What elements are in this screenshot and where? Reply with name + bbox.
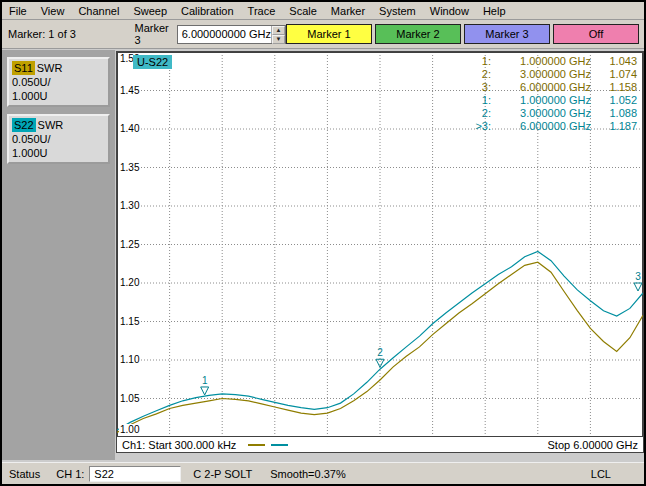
readout-frequency: 6.000000 GHz [491,81,591,94]
sweep-start-label: Ch1: Start 300.000 kHz [122,439,236,451]
readout-value: 1.074 [591,68,637,81]
smoothing-status: Smooth=0.37% [270,468,346,480]
calibration-status: C 2-P SOLT [193,468,252,480]
readout-row-s22-m2: 2:3.000000 GHz1.088 [467,107,637,120]
trace-s22-selector[interactable]: S22SWR 0.050U/ 1.000U [7,114,110,164]
spinner-up-button[interactable]: ▲ [272,26,285,35]
trace-s22-title: S22SWR [12,118,105,132]
trace-s22-format: SWR [38,119,64,131]
trace-sidebar: S11SWR 0.050U/ 1.000U S22SWR 0.050U/ 1.0… [2,50,115,460]
y-axis-label: 1.35 [119,162,140,174]
status-label: Status [9,468,40,480]
readout-row-s11-m2: 2:3.000000 GHz1.074 [467,68,637,81]
menu-system[interactable]: System [372,2,423,19]
active-trace-label: U-S22 [133,55,172,69]
readout-marker-number: 2: [467,68,491,81]
marker-toolbar: Marker: 1 of 3 Marker 3 6.000000000 GHz … [2,20,644,49]
y-axis-label: 1.30 [119,200,140,212]
marker-frequency-spinner[interactable]: 6.000000000 GHz ▲ ▼ [177,25,286,44]
down-arrow-icon: ▼ [276,36,282,42]
marker-spinner-label: Marker 3 [135,22,171,46]
s22-trace-legend-swatch [271,444,288,446]
menu-help[interactable]: Help [476,2,513,19]
trace-s22-badge: S22 [12,118,36,132]
y-axis-label: 1.20 [119,277,140,289]
readout-value: 1.187 [591,120,637,133]
trace-s22-scale: 0.050U/ [12,132,105,146]
sweep-stop-label: Stop 6.00000 GHz [547,439,638,451]
y-axis-label: 1.25 [119,239,140,251]
marker-off-button[interactable]: Off [553,24,639,44]
chart-marker-number: 3 [635,271,641,282]
marker-3-button[interactable]: Marker 3 [464,24,550,44]
trace-s11-badge: S11 [12,61,35,75]
marker-frequency-value[interactable]: 6.000000000 GHz [178,26,271,43]
s11-trace-legend-swatch [248,444,265,446]
trace-s22-ref-level: 1.000U [12,146,105,160]
up-arrow-icon: ▲ [276,27,282,33]
chart-marker-3[interactable] [634,283,642,291]
marker-1-button[interactable]: Marker 1 [286,24,372,44]
y-axis-label: 1.05 [119,393,140,405]
menu-file[interactable]: File [2,2,34,19]
readout-marker-number: 1: [467,94,491,107]
marker-status-label: Marker: 1 of 3 [8,28,135,40]
readout-frequency: 3.000000 GHz [491,107,591,120]
readout-row-s22-m3: >3:6.000000 GHz1.187 [467,120,637,133]
readout-frequency: 1.000000 GHz [491,55,591,68]
readout-frequency: 3.000000 GHz [491,68,591,81]
menu-bar: File View Channel Sweep Calibration Trac… [2,2,644,20]
y-axis-label: 1.45 [119,85,140,97]
menu-view[interactable]: View [34,2,72,19]
status-bar: Status CH 1: S22 C 2-P SOLT Smooth=0.37%… [2,462,644,484]
readout-row-s11-m3: 3:6.000000 GHz1.158 [467,81,637,94]
readout-frequency: 6.000000 GHz [491,120,591,133]
trace-s11-title: S11SWR [12,61,105,75]
readout-value: 1.158 [591,81,637,94]
chart-footer: Ch1: Start 300.000 kHz Stop 6.00000 GHz [117,437,643,452]
chart-marker-number: 1 [202,375,208,386]
y-axis-label: 1.40 [119,123,140,135]
trace-s11-scale: 0.050U/ [12,75,105,89]
readout-row-s22-m1: 1:1.000000 GHz1.052 [467,94,637,107]
lcl-indicator: LCL [591,468,611,480]
readout-value: 1.043 [591,55,637,68]
readout-row-s11-m1: 1:1.000000 GHz1.043 [467,55,637,68]
menu-window[interactable]: Window [423,2,476,19]
trace-s11-ref-level: 1.000U [12,89,105,103]
y-axis-label: 1.15 [119,316,140,328]
readout-marker-number: 3: [467,81,491,94]
menu-calibration[interactable]: Calibration [174,2,241,19]
menu-scale[interactable]: Scale [282,2,324,19]
readout-value: 1.088 [591,107,637,120]
readout-marker-number: 1: [467,55,491,68]
spinner-down-button[interactable]: ▼ [272,35,285,44]
marker-2-button[interactable]: Marker 2 [375,24,461,44]
marker-readout-table: 1:1.000000 GHz1.043 2:3.000000 GHz1.074 … [467,55,637,133]
chart-marker-number: 2 [377,347,383,358]
marker-buttons-group: Marker 1 Marker 2 Marker 3 Off [286,24,639,44]
menu-marker[interactable]: Marker [324,2,372,19]
menu-sweep[interactable]: Sweep [126,2,174,19]
chart-marker-1[interactable] [201,387,209,395]
y-axis-label: 1.00 [119,424,140,436]
channel-label: CH 1: [56,468,84,480]
readout-marker-number: >3: [467,120,491,133]
chart-panel: 123 1.501.451.401.351.301.251.201.151.10… [116,51,644,453]
trace-s11-selector[interactable]: S11SWR 0.050U/ 1.000U [7,57,110,107]
menu-trace[interactable]: Trace [241,2,283,19]
readout-marker-number: 2: [467,107,491,120]
readout-value: 1.052 [591,94,637,107]
spinner-buttons: ▲ ▼ [271,26,285,43]
active-measurement-field[interactable]: S22 [89,466,181,482]
trace-s11-format: SWR [37,62,63,74]
menu-channel[interactable]: Channel [71,2,126,19]
readout-frequency: 1.000000 GHz [491,94,591,107]
vna-window: File View Channel Sweep Calibration Trac… [0,0,646,486]
y-axis-label: 1.10 [119,354,140,366]
